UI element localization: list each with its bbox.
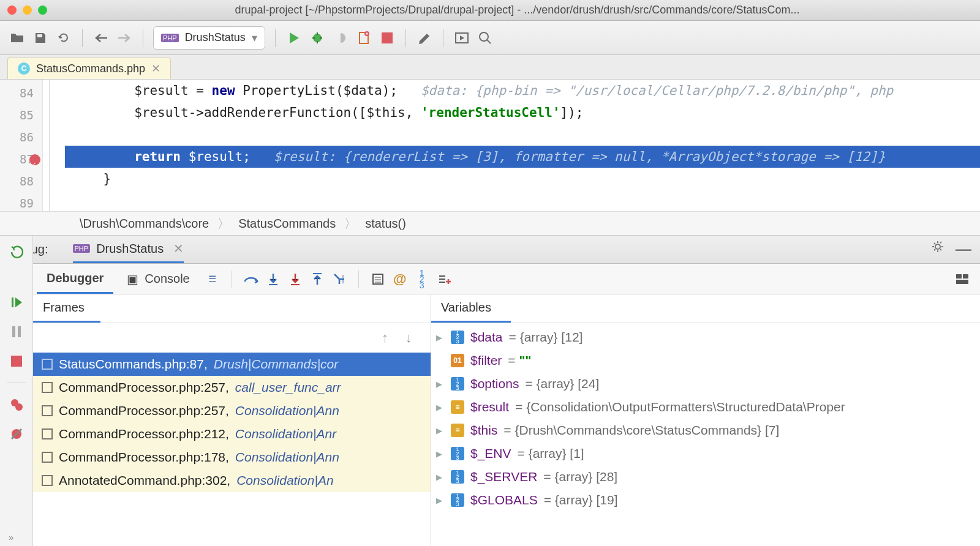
variable-row[interactable]: 01$filter = "" xyxy=(431,349,980,372)
code-editor[interactable]: 84 85 86 87 88 89 $result = new Property… xyxy=(0,80,980,211)
run-target-icon[interactable] xyxy=(453,29,470,47)
layout-icon[interactable] xyxy=(953,270,971,288)
breakpoint-icon[interactable] xyxy=(29,154,40,165)
debug-session-tab[interactable]: PHP DrushStatus ✕ xyxy=(73,236,184,263)
separator xyxy=(443,29,443,47)
var-type-icon: 01 xyxy=(451,354,464,367)
var-name: $_ENV xyxy=(470,446,511,461)
variable-row[interactable]: ▶≡$this = {Drush\Commands\core\StatusCom… xyxy=(431,419,980,442)
add-watch-icon[interactable] xyxy=(435,270,453,288)
frame-row[interactable]: CommandProcessor.php:257, call_user_func… xyxy=(33,376,431,399)
settings-icon[interactable] xyxy=(416,29,433,47)
force-step-into-icon[interactable] xyxy=(286,270,304,288)
open-icon[interactable] xyxy=(9,29,26,47)
stop-icon[interactable] xyxy=(379,29,396,47)
watch-icon[interactable]: @ xyxy=(391,270,409,288)
run-config-selector[interactable]: PHP DrushStatus ▾ xyxy=(153,26,265,50)
step-out-icon[interactable] xyxy=(308,270,326,288)
variables-list[interactable]: ▶123$data = {array} [12]01$filter = ""▶1… xyxy=(431,323,980,546)
var-value: = {array} [1] xyxy=(518,446,584,461)
minimize-window-icon[interactable] xyxy=(23,6,32,15)
variable-row[interactable]: ▶123$GLOBALS = {array} [19] xyxy=(431,488,980,512)
breakpoints-icon[interactable] xyxy=(9,397,24,413)
more-icon[interactable]: » xyxy=(9,532,15,542)
frames-list[interactable]: StatusCommands.php:87, Drush|Commands|co… xyxy=(33,353,431,546)
php-badge-icon: PHP xyxy=(161,34,179,42)
var-name: $GLOBALS xyxy=(470,493,538,507)
expand-icon[interactable]: ▶ xyxy=(436,403,445,412)
line-number: 84 xyxy=(0,82,42,104)
crumb[interactable]: \Drush\Commands\core xyxy=(80,217,209,231)
save-icon[interactable] xyxy=(32,29,49,47)
frame-up-icon[interactable]: ↑ xyxy=(382,330,388,346)
step-over-icon[interactable] xyxy=(242,270,260,288)
frame-row[interactable]: StatusCommands.php:87, Drush|Commands|co… xyxy=(33,353,431,376)
frame-row[interactable]: CommandProcessor.php:212, Consolidation|… xyxy=(33,422,431,446)
frame-row[interactable]: CommandProcessor.php:178, Consolidation|… xyxy=(33,446,431,469)
var-type-icon: 123 xyxy=(451,447,464,460)
code-line-current: return $result; $result: {rendererList =… xyxy=(65,146,980,168)
threads-icon[interactable]: ☰ xyxy=(203,270,222,288)
run-icon[interactable] xyxy=(285,29,303,47)
stop-icon[interactable] xyxy=(9,353,24,369)
var-value: = {array} [24] xyxy=(525,376,599,391)
console-tab[interactable]: ▣Console xyxy=(117,264,199,294)
expand-icon[interactable]: ▶ xyxy=(436,473,445,482)
expand-icon[interactable]: ▶ xyxy=(436,380,445,389)
file-type-icon: C xyxy=(18,62,30,75)
mute-breakpoints-icon[interactable] xyxy=(9,426,24,442)
profile-icon[interactable] xyxy=(355,29,372,47)
gear-icon[interactable] xyxy=(931,240,944,259)
frame-down-icon[interactable]: ↓ xyxy=(405,330,412,346)
debugger-tab[interactable]: Debugger xyxy=(37,264,113,294)
crumb[interactable]: status() xyxy=(365,217,406,231)
variable-row[interactable]: ▶123$_ENV = {array} [1] xyxy=(431,442,980,465)
code-line xyxy=(65,124,980,146)
variable-row[interactable]: ▶123$_SERVER = {array} [28] xyxy=(431,465,980,488)
debug-side-actions-top xyxy=(0,236,33,294)
frames-header[interactable]: Frames xyxy=(33,294,100,323)
expand-icon[interactable]: ▶ xyxy=(436,333,445,342)
search-icon[interactable] xyxy=(477,29,494,47)
close-session-icon[interactable]: ✕ xyxy=(173,241,184,256)
expand-icon[interactable]: ▶ xyxy=(436,426,445,435)
close-tab-icon[interactable]: ✕ xyxy=(151,62,160,75)
editor-tab[interactable]: C StatusCommands.php ✕ xyxy=(7,58,171,79)
gutter: 84 85 86 87 88 89 xyxy=(0,80,43,211)
separator xyxy=(405,29,406,47)
svg-rect-11 xyxy=(956,274,962,279)
step-into-icon[interactable] xyxy=(264,270,282,288)
var-value: = {array} [28] xyxy=(543,469,617,484)
show-values-icon[interactable]: 123 xyxy=(413,270,431,288)
variables-header[interactable]: Variables xyxy=(431,294,511,323)
minimize-panel-icon[interactable]: — xyxy=(956,240,971,259)
frame-row[interactable]: CommandProcessor.php:257, Consolidation|… xyxy=(33,399,431,422)
pause-icon[interactable] xyxy=(9,324,24,340)
variable-row[interactable]: ▶123$options = {array} [24] xyxy=(431,372,980,395)
fold-region xyxy=(43,80,65,211)
svg-rect-8 xyxy=(291,284,300,285)
coverage-icon[interactable] xyxy=(332,29,349,47)
forward-icon[interactable] xyxy=(116,29,133,47)
crumb[interactable]: StatusCommands xyxy=(238,217,336,231)
run-to-cursor-icon[interactable] xyxy=(330,270,349,288)
frame-file: StatusCommands.php:87, xyxy=(59,357,208,372)
var-value: = "" xyxy=(508,353,531,368)
refresh-icon[interactable] xyxy=(55,29,72,47)
variable-row[interactable]: ▶≡$result = {Consolidation\OutputFormatt… xyxy=(431,395,980,419)
expand-icon[interactable]: ▶ xyxy=(436,449,445,458)
resume-icon[interactable] xyxy=(9,294,24,310)
close-window-icon[interactable] xyxy=(7,6,17,15)
back-icon[interactable] xyxy=(92,29,110,47)
var-name: $data xyxy=(470,330,503,345)
frame-row[interactable]: AnnotatedCommand.php:302, Consolidation|… xyxy=(33,469,431,492)
code-area[interactable]: $result = new PropertyList($data); $data… xyxy=(65,80,980,211)
expand-icon[interactable]: ▶ xyxy=(436,496,445,505)
debug-icon[interactable] xyxy=(309,29,326,47)
evaluate-icon[interactable] xyxy=(369,270,387,288)
variable-row[interactable]: ▶123$data = {array} [12] xyxy=(431,326,980,349)
main-toolbar: PHP DrushStatus ▾ xyxy=(0,21,980,55)
rerun-icon[interactable] xyxy=(9,244,24,260)
frame-file: CommandProcessor.php:212, xyxy=(59,427,229,441)
maximize-window-icon[interactable] xyxy=(38,6,47,15)
